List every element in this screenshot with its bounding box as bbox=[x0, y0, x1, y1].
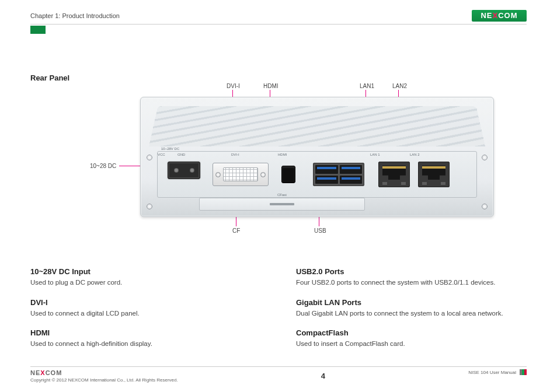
brand-text-right: COM bbox=[46, 369, 62, 376]
lan-led-icon bbox=[401, 182, 406, 185]
dc-power-port bbox=[163, 162, 204, 187]
usb-port bbox=[315, 165, 338, 174]
label-dc-top: 10~28V DC bbox=[161, 147, 179, 150]
hdmi-port bbox=[281, 166, 295, 183]
desc-title: DVI-I bbox=[30, 298, 261, 307]
descriptions-left-column: 10~28V DC Input Used to plug a DC power … bbox=[30, 267, 261, 359]
brand-text-right: COM bbox=[498, 11, 517, 20]
copyright-text: Copyright © 2012 NEXCOM International Co… bbox=[30, 377, 178, 383]
callout-dvi: DVI-I bbox=[227, 83, 240, 89]
chapter-title: Chapter 1: Product Introduction bbox=[30, 12, 120, 19]
brand-text-left: NE bbox=[481, 11, 492, 20]
label-hdmi-face: HDMI bbox=[278, 153, 287, 156]
desc-compactflash: CompactFlash Used to insert a CompactFla… bbox=[296, 328, 527, 349]
dvi-connector bbox=[223, 167, 258, 181]
screw-icon bbox=[147, 204, 152, 209]
rear-panel-diagram: DVI-I HDMI LAN1 LAN2 10~28 DC CF USB 10~… bbox=[86, 83, 507, 235]
lan1-port bbox=[378, 162, 410, 187]
page-header: Chapter 1: Product Introduction NEXCOM bbox=[30, 9, 527, 24]
label-lan2-face: LAN 2 bbox=[410, 153, 420, 156]
callout-usb: USB bbox=[314, 228, 326, 234]
label-gnd: GND bbox=[177, 153, 185, 156]
desc-hdmi: HDMI Used to connect a high-definition d… bbox=[30, 328, 261, 349]
desc-text: Used to connect a digital LCD panel. bbox=[30, 309, 261, 318]
desc-title: HDMI bbox=[30, 328, 261, 337]
dvi-port bbox=[213, 163, 269, 186]
descriptions-right-column: USB2.0 Ports Four USB2.0 ports to connec… bbox=[296, 267, 527, 359]
screw-icon bbox=[482, 204, 488, 209]
section-title: Rear Panel bbox=[30, 74, 69, 82]
usb-port-block bbox=[313, 163, 364, 186]
heatsink-fins bbox=[149, 106, 485, 146]
screw-icon bbox=[147, 155, 152, 160]
dc-pin bbox=[174, 168, 179, 173]
header-accent-tab bbox=[30, 26, 46, 34]
cfast-slot: CFast bbox=[199, 198, 365, 211]
callout-hdmi: HDMI bbox=[263, 83, 278, 89]
dc-pin bbox=[190, 168, 194, 173]
brand-text-left: NE bbox=[30, 369, 40, 376]
footer-brand-logo: NEXCOM bbox=[30, 369, 178, 376]
usb-port bbox=[340, 165, 363, 174]
footer-right: NISE 104 User Manual bbox=[468, 369, 527, 375]
desc-text: Dual Gigabit LAN ports to connect the sy… bbox=[296, 309, 527, 318]
callout-dc: 10~28 DC bbox=[90, 163, 116, 169]
desc-lan: Gigabit LAN Ports Dual Gigabit LAN ports… bbox=[296, 298, 527, 318]
brand-logo: NEXCOM bbox=[472, 10, 527, 22]
device-chassis: 10~28V DC VCC GND DVI-I HDMI LAN 1 LAN 2 bbox=[140, 97, 494, 217]
dvi-screw-icon bbox=[215, 172, 221, 177]
desc-usb: USB2.0 Ports Four USB2.0 ports to connec… bbox=[296, 267, 527, 288]
lan2-port bbox=[418, 162, 450, 187]
page-number: 4 bbox=[321, 372, 325, 380]
label-vcc: VCC bbox=[158, 153, 165, 156]
label-dvi-face: DVI-I bbox=[231, 153, 239, 156]
callout-cf: CF bbox=[232, 228, 240, 234]
lan-led-icon bbox=[382, 182, 387, 185]
rear-face-inner: 10~28V DC VCC GND DVI-I HDMI LAN 1 LAN 2 bbox=[158, 152, 476, 197]
desc-title: CompactFlash bbox=[296, 328, 527, 337]
callout-lan2: LAN2 bbox=[392, 83, 407, 89]
desc-dvi: DVI-I Used to connect a digital LCD pane… bbox=[30, 298, 261, 318]
port-descriptions: 10~28V DC Input Used to plug a DC power … bbox=[30, 267, 527, 359]
label-cfast: CFast bbox=[277, 193, 287, 197]
lan-led-icon bbox=[422, 182, 427, 185]
brand-stripes-icon bbox=[520, 369, 527, 375]
desc-text: Used to insert a CompactFlash card. bbox=[296, 340, 527, 349]
desc-title: USB2.0 Ports bbox=[296, 267, 527, 276]
brand-text-x: X bbox=[40, 369, 45, 376]
footer-left: NEXCOM Copyright © 2012 NEXCOM Internati… bbox=[30, 369, 178, 383]
desc-dc-input: 10~28V DC Input Used to plug a DC power … bbox=[30, 267, 261, 288]
desc-title: 10~28V DC Input bbox=[30, 267, 261, 276]
desc-text: Used to connect a high-definition displa… bbox=[30, 340, 261, 349]
page-footer: NEXCOM Copyright © 2012 NEXCOM Internati… bbox=[30, 366, 527, 383]
dc-terminal bbox=[168, 162, 200, 179]
rear-face: 10~28V DC VCC GND DVI-I HDMI LAN 1 LAN 2 bbox=[157, 151, 477, 198]
dvi-screw-icon bbox=[260, 172, 266, 177]
usb-port bbox=[340, 176, 363, 184]
desc-title: Gigabit LAN Ports bbox=[296, 298, 527, 307]
label-lan1-face: LAN 1 bbox=[370, 153, 380, 156]
callout-lan1: LAN1 bbox=[360, 83, 374, 89]
lan-port-group bbox=[378, 162, 450, 187]
usb-port bbox=[315, 176, 338, 184]
desc-text: Used to plug a DC power cord. bbox=[30, 278, 261, 288]
document-title: NISE 104 User Manual bbox=[468, 370, 516, 375]
lan-led-icon bbox=[441, 182, 445, 185]
desc-text: Four USB2.0 ports to connect the system … bbox=[296, 278, 527, 288]
screw-icon bbox=[482, 155, 488, 160]
brand-text-x: X bbox=[493, 11, 499, 20]
